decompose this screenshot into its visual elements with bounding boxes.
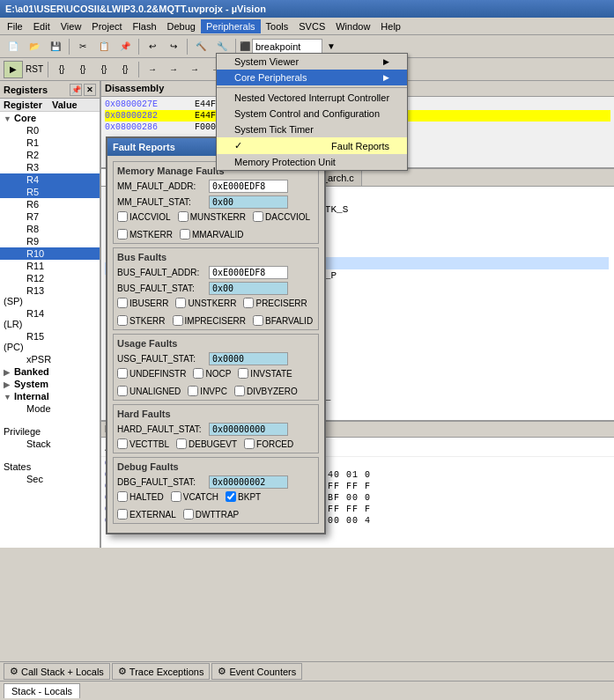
menu-syscontrol[interactable]: System Control and Configuration: [217, 106, 407, 122]
toolbar-cmd2[interactable]: →: [164, 61, 183, 78]
reg-row-banked[interactable]: ▶Banked: [0, 365, 100, 378]
breakpoint-input[interactable]: [252, 39, 322, 55]
mm-iaccviol[interactable]: IACCVIOL: [117, 211, 171, 222]
menu-nvic[interactable]: Nested Vectored Interrupt Controller: [217, 90, 407, 106]
toolbar-undo[interactable]: ↩: [143, 38, 162, 55]
hard-vecttbl[interactable]: VECTTBL: [117, 438, 169, 449]
usage-stat-input[interactable]: [209, 352, 288, 365]
reg-row-r11[interactable]: R11: [0, 260, 100, 272]
menu-debug[interactable]: Debug: [162, 19, 201, 33]
reg-row-xpsr[interactable]: xPSR: [0, 353, 100, 365]
reg-row-states[interactable]: States: [0, 450, 100, 473]
bus-addr-input[interactable]: [209, 266, 288, 279]
toolbar-open[interactable]: 📂: [25, 38, 44, 55]
toolbar-run-to[interactable]: {}: [115, 61, 135, 78]
mm-mmarvalid[interactable]: MMARVALID: [180, 229, 244, 239]
reg-row-r14lr[interactable]: R14 (LR): [0, 307, 100, 330]
reg-row-r13sp[interactable]: R13 (SP): [0, 284, 100, 307]
panel-pin-icon[interactable]: 📌: [70, 84, 82, 96]
mm-munstkerr-cb[interactable]: [178, 211, 189, 222]
bus-impreciserr[interactable]: IMPRECISERR: [173, 315, 246, 326]
hard-stat-input[interactable]: [209, 423, 288, 436]
bus-ibuserr-cb[interactable]: [117, 298, 128, 308]
bus-preciserr-cb[interactable]: [243, 298, 254, 308]
usage-invpc-cb[interactable]: [188, 386, 198, 396]
menu-system-viewer[interactable]: System Viewer ▶: [217, 54, 407, 70]
dbg-dwttrap-cb[interactable]: [183, 509, 194, 519]
reg-row-privilege[interactable]: Privilege: [0, 415, 100, 438]
reg-row-r2[interactable]: R2: [0, 149, 100, 161]
mm-mmarvalid-cb[interactable]: [180, 229, 190, 239]
bus-ibuserr[interactable]: IBUSERR: [117, 298, 168, 308]
menu-peripherals[interactable]: Peripherals: [201, 19, 261, 33]
menu-core-peripherals[interactable]: Core Peripherals ▶: [217, 70, 407, 85]
menu-svcs[interactable]: SVCS: [293, 19, 330, 33]
toolbar-save[interactable]: 💾: [46, 38, 65, 55]
hard-forced[interactable]: FORCED: [244, 438, 293, 449]
bus-unstkerr[interactable]: UNSTKERR: [175, 298, 236, 308]
menu-fault-reports[interactable]: ✓ Fault Reports: [217, 137, 407, 154]
mm-daccviol[interactable]: DACCVIOL: [253, 211, 310, 222]
hard-vecttbl-cb[interactable]: [117, 438, 128, 449]
stack-locals-tab[interactable]: Stack - Locals: [4, 683, 80, 698]
menu-view[interactable]: View: [55, 19, 87, 33]
mm-daccviol-cb[interactable]: [253, 211, 263, 222]
bus-stkerr[interactable]: STKERR: [117, 315, 166, 326]
usage-invpc[interactable]: INVPC: [188, 386, 227, 396]
usage-undefinstr[interactable]: UNDEFINSTR: [117, 368, 186, 379]
reg-row-r5[interactable]: R5: [0, 186, 100, 198]
reg-row-stack[interactable]: Stack: [0, 438, 100, 450]
usage-nocp-cb[interactable]: [193, 368, 203, 379]
dbg-halted[interactable]: HALTED: [117, 491, 164, 502]
call-stack-btn[interactable]: ⚙ Call Stack + Locals: [4, 663, 110, 680]
dbg-vcatch[interactable]: VCATCH: [171, 491, 218, 502]
mm-addr-input[interactable]: [209, 180, 288, 193]
menu-file[interactable]: File: [2, 19, 28, 33]
hard-debugevt[interactable]: DEBUGEVT: [176, 438, 237, 449]
bus-preciserr[interactable]: PRECISERR: [243, 298, 307, 308]
reg-row-r9[interactable]: R9: [0, 235, 100, 247]
usage-undefinstr-cb[interactable]: [117, 368, 128, 379]
mm-stat-input[interactable]: [209, 195, 288, 209]
menu-mpu[interactable]: Memory Protection Unit: [217, 154, 407, 170]
event-counters-btn[interactable]: ⚙ Event Counters: [211, 663, 302, 680]
hard-forced-cb[interactable]: [244, 438, 255, 449]
reg-row-internal[interactable]: ▼Internal: [0, 390, 100, 402]
usage-divbyzero-cb[interactable]: [234, 386, 245, 396]
mm-mstkerr[interactable]: MSTKERR: [117, 229, 173, 239]
usage-nocp[interactable]: NOCP: [193, 368, 231, 379]
usage-invstate-cb[interactable]: [238, 368, 248, 379]
trace-exceptions-btn[interactable]: ⚙ Trace Exceptions: [112, 663, 211, 680]
reg-row-r0[interactable]: R0: [0, 124, 100, 136]
reg-row-r6[interactable]: R6: [0, 198, 100, 210]
toolbar-cut[interactable]: ✂: [73, 38, 92, 55]
toolbar-cmd3[interactable]: →: [185, 61, 204, 78]
toolbar-run[interactable]: ▶: [4, 61, 23, 78]
reg-row-core[interactable]: ▼Core: [0, 112, 100, 124]
reg-row-system[interactable]: ▶System: [0, 378, 100, 390]
dbg-bkpt[interactable]: BKPT: [226, 491, 261, 502]
menu-edit[interactable]: Edit: [28, 19, 55, 33]
bus-bfarvalid[interactable]: BFARVALID: [253, 315, 313, 326]
dbg-dwttrap[interactable]: DWTTRAP: [183, 509, 239, 519]
reg-row-r12[interactable]: R12: [0, 272, 100, 284]
menu-help[interactable]: Help: [375, 19, 406, 33]
bus-bfarvalid-cb[interactable]: [253, 315, 263, 326]
panel-close-icon[interactable]: ✕: [84, 84, 96, 96]
reg-row-mode[interactable]: Mode: [0, 402, 100, 415]
toolbar-cmd1[interactable]: →: [143, 61, 162, 78]
bus-impreciserr-cb[interactable]: [173, 315, 183, 326]
usage-unaligned[interactable]: UNALIGNED: [117, 386, 181, 396]
dbg-halted-cb[interactable]: [117, 491, 128, 502]
bus-stkerr-cb[interactable]: [117, 315, 128, 326]
reg-row-r4[interactable]: R4: [0, 173, 100, 186]
bus-unstkerr-cb[interactable]: [175, 298, 186, 308]
reg-row-r7[interactable]: R7: [0, 210, 100, 223]
mm-mstkerr-cb[interactable]: [117, 229, 128, 239]
mm-iaccviol-cb[interactable]: [117, 211, 128, 222]
menu-flash[interactable]: Flash: [128, 19, 162, 33]
toolbar-paste[interactable]: 📌: [115, 38, 135, 55]
usage-divbyzero[interactable]: DIVBYZERO: [234, 386, 298, 396]
menu-systick[interactable]: System Tick Timer: [217, 122, 407, 137]
dbg-external-cb[interactable]: [117, 509, 128, 519]
